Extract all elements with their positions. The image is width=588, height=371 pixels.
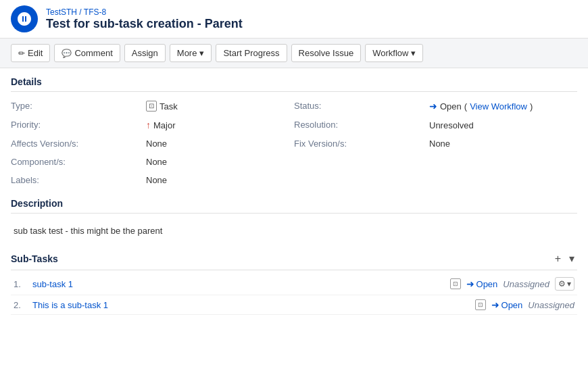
task-icon: ⊡ [146,101,157,112]
subtask-gear-button-1[interactable]: ⚙ ▾ [555,277,574,291]
breadcrumb-project[interactable]: TestSTH [46,7,77,17]
affects-value: None [146,137,294,151]
breadcrumb: TestSTH / TFS-8 [46,7,243,17]
resolution-text: Unresolved [429,120,474,130]
subtask-status-text-2: Open [501,300,523,310]
resolve-issue-button[interactable]: Resolve Issue [291,44,362,62]
comment-label: Comment [74,48,112,58]
type-value: ⊡ Task [146,99,294,114]
labels-text: None [146,175,167,185]
subtask-meta-1: ⊡ ➜ Open Unassigned ⚙ ▾ [450,277,574,291]
subtask-type-icon-2: ⊡ [475,299,486,310]
subtasks-menu-button[interactable]: ▾ [566,252,577,266]
status-paren-close: ) [530,101,533,112]
subtask-status-arrow-1: ➜ [466,278,474,289]
subtasks-section: Sub-Tasks + ▾ 1. sub-task 1 ⊡ ➜ Open Una… [11,252,577,315]
subtasks-actions: + ▾ [552,252,577,266]
fix-version-label: Fix Version/s: [294,137,429,151]
status-value: ➜ Open (View Workflow) [429,99,577,114]
subtask-type-icon-1: ⊡ [450,278,461,289]
fix-version-value: None [429,137,577,151]
assign-button[interactable]: Assign [124,44,166,62]
subtask-link-1[interactable]: sub-task 1 [32,279,445,289]
priority-value: ↑ Major [146,118,294,132]
resolution-value: Unresolved [429,118,577,132]
workflow-chevron-icon: ▾ [411,48,416,58]
components-text: None [146,157,167,167]
edit-button[interactable]: ✏ Edit [11,44,50,62]
fix-version-text: None [429,139,450,149]
more-chevron-icon: ▾ [199,48,204,58]
resolution-label: Resolution: [294,118,429,132]
content: Details Type: ⊡ Task Status: ➜ Open (Vie… [0,68,588,323]
description-text: sub task test - this might be the parent [11,220,577,241]
start-progress-label: Start Progress [223,48,279,58]
add-subtask-button[interactable]: + [552,252,564,266]
description-section-title: Description [11,198,577,214]
subtasks-section-title: Sub-Tasks [11,253,58,264]
edit-label: Edit [28,48,43,58]
type-label: Type: [11,99,146,114]
more-button[interactable]: More ▾ [170,44,212,62]
toolbar: ✏ Edit 💬 Comment Assign More ▾ Start Pro… [0,39,588,68]
subtask-status-arrow-2: ➜ [491,299,499,310]
affects-text: None [146,139,167,149]
components-label: Component/s: [11,155,146,169]
subtask-row: 2. This is a sub-task 1 ⊡ ➜ Open Unassig… [11,295,577,315]
subtask-gear-1: ⚙ ▾ [555,277,574,291]
logo [11,5,38,32]
description-section: Description sub task test - this might b… [11,198,577,241]
page-title: Test for sub-task creation - Parent [46,17,243,31]
subtask-row: 1. sub-task 1 ⊡ ➜ Open Unassigned ⚙ ▾ [11,273,577,295]
details-grid: Type: ⊡ Task Status: ➜ Open (View Workfl… [11,99,577,187]
status-label: Status: [294,99,429,114]
priority-icon: ↑ [146,120,151,130]
edit-icon: ✏ [18,49,25,58]
type-text: Task [160,101,178,112]
components-value: None [146,155,294,169]
subtasks-header: Sub-Tasks + ▾ [11,252,577,270]
status-arrow-icon: ➜ [429,101,437,112]
details-section-title: Details [11,76,577,92]
status-paren-open: ( [464,101,467,112]
status-text: Open [440,101,462,112]
subtask-status-2: ➜ Open [491,299,523,310]
subtask-num-2: 2. [14,300,27,310]
labels-label: Labels: [11,173,146,187]
subtask-assignee-2: Unassigned [528,300,574,310]
subtask-assignee-1: Unassigned [503,279,549,289]
gear-icon-1: ⚙ [558,279,566,289]
page-header: TestSTH / TFS-8 Test for sub-task creati… [0,0,588,39]
start-progress-button[interactable]: Start Progress [216,44,287,62]
affects-label: Affects Version/s: [11,137,146,151]
gear-chevron-1: ▾ [567,279,571,289]
view-workflow-link[interactable]: View Workflow [470,101,527,112]
priority-label: Priority: [11,118,146,132]
comment-button[interactable]: 💬 Comment [54,44,120,62]
more-label: More [177,48,197,58]
workflow-button[interactable]: Workflow ▾ [365,44,423,62]
header-text: TestSTH / TFS-8 Test for sub-task creati… [46,7,243,31]
resolve-issue-label: Resolve Issue [299,48,354,58]
comment-icon: 💬 [62,49,72,58]
assign-label: Assign [132,48,158,58]
subtask-status-text-1: Open [476,279,498,289]
subtask-status-1: ➜ Open [466,278,498,289]
subtask-link-2[interactable]: This is a sub-task 1 [32,300,470,310]
priority-text: Major [153,120,176,130]
breadcrumb-issue[interactable]: TFS-8 [84,7,106,17]
labels-value: None [146,173,294,187]
workflow-label: Workflow [372,48,408,58]
subtask-num-1: 1. [14,279,27,289]
subtask-meta-2: ⊡ ➜ Open Unassigned [475,299,574,310]
